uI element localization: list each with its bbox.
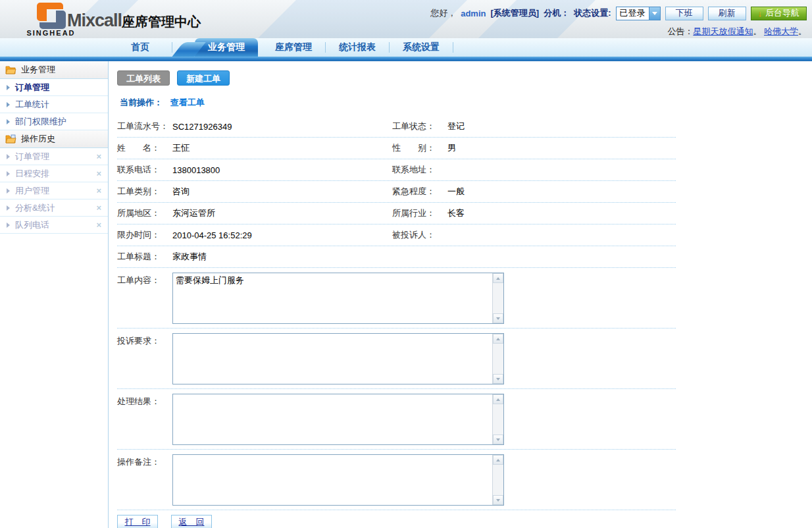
- sidebar-section-history: 操作历史: [0, 130, 108, 148]
- current-operation-label: 当前操作：: [120, 97, 163, 107]
- new-ticket-button[interactable]: 新建工单: [177, 70, 230, 86]
- field-label: 操作备注：: [117, 454, 172, 506]
- scroll-down-icon[interactable]: [493, 495, 503, 505]
- close-icon[interactable]: ×: [96, 186, 101, 196]
- status-label: 状态设置:: [574, 7, 611, 19]
- triangle-bullet-icon: [7, 171, 10, 176]
- close-icon[interactable]: ×: [96, 220, 101, 230]
- handle-result-box: [172, 394, 504, 445]
- history-item-queue-phone[interactable]: 队列电话 ×: [0, 217, 108, 234]
- user-role: [系统管理员]: [490, 7, 539, 19]
- topbar: 您好， admin [系统管理员] 分机： 状态设置: 已登录 下班 刷新 ↓ …: [430, 5, 807, 38]
- operation-note-box: [172, 454, 504, 506]
- history-item-label: 日程安排: [15, 168, 49, 180]
- nav-bottom-bar: [0, 57, 812, 61]
- handle-result-textarea[interactable]: [173, 394, 492, 444]
- folder-open-icon: [5, 65, 16, 74]
- form-row-operation-note: 操作备注：: [117, 450, 676, 510]
- status-select[interactable]: 已登录: [616, 7, 661, 20]
- announcement-dot: 。: [753, 26, 761, 36]
- scroll-down-icon[interactable]: [493, 313, 503, 323]
- print-button[interactable]: 打 印: [117, 515, 158, 528]
- page-title: Mixcall座席管理中心: [67, 11, 201, 31]
- history-item-label: 用户管理: [15, 185, 49, 197]
- sidebar: 业务管理 订单管理 工单统计 部门权限维护 操作历史 订单管理 ×: [0, 61, 109, 528]
- tab-business-management[interactable]: 业务管理: [195, 38, 258, 57]
- ticket-title-value: 家政事情: [172, 251, 207, 263]
- triangle-bullet-icon: [7, 102, 10, 107]
- form-row-deadline-complainee: 限办时间： 2010-04-25 16:52:29 被投诉人：: [117, 224, 676, 246]
- tab-system-settings[interactable]: 系统设置: [390, 39, 453, 56]
- scroll-down-icon[interactable]: [493, 374, 503, 384]
- customer-name-value: 王怔: [172, 142, 190, 154]
- ticket-content-textarea[interactable]: 需要保姆上门服务: [173, 273, 492, 323]
- tab-statistics-report[interactable]: 统计报表: [326, 39, 389, 56]
- announcement-label: 公告：: [667, 26, 693, 36]
- close-icon[interactable]: ×: [96, 151, 101, 161]
- gender-value: 男: [447, 142, 456, 154]
- announcement-bar: 公告：星期天放假通知。 哈佛大学。: [430, 26, 807, 38]
- history-item-order-management[interactable]: 订单管理 ×: [0, 148, 108, 165]
- triangle-bullet-icon: [7, 154, 10, 159]
- scrollbar[interactable]: [492, 273, 503, 323]
- announcement-link-2[interactable]: 哈佛大学: [764, 26, 798, 36]
- scroll-up-icon[interactable]: [493, 394, 503, 404]
- form-row-serial-status: 工单流水号： SC1271926349 工单状态： 登记: [117, 116, 676, 138]
- history-item-schedule[interactable]: 日程安排 ×: [0, 165, 108, 182]
- scroll-up-icon[interactable]: [493, 455, 503, 465]
- announcement-link-1[interactable]: 星期天放假通知: [693, 26, 753, 36]
- complaint-request-box: [172, 333, 504, 384]
- form-row-content: 工单内容： 需要保姆上门服务: [117, 268, 676, 329]
- close-icon[interactable]: ×: [96, 169, 101, 178]
- field-label: 性 别：: [392, 142, 447, 154]
- sidebar-item-ticket-statistics[interactable]: 工单统计: [0, 96, 108, 113]
- tab-home[interactable]: 首页: [109, 39, 172, 56]
- tab-agent-management[interactable]: 座席管理: [262, 39, 325, 56]
- history-item-label: 队列电话: [15, 219, 49, 231]
- ticket-status-value: 登记: [447, 120, 465, 132]
- sidebar-item-department-permission[interactable]: 部门权限维护: [0, 113, 108, 130]
- field-label: 处理结果：: [117, 394, 172, 445]
- chevron-down-icon[interactable]: [649, 7, 660, 20]
- urgency-value: 一般: [447, 186, 465, 198]
- extension-label: 分机：: [544, 7, 569, 19]
- back-button[interactable]: 返 回: [171, 515, 212, 528]
- sidebar-item-order-management[interactable]: 订单管理: [0, 79, 108, 96]
- history-item-analysis-statistics[interactable]: 分析&统计 ×: [0, 199, 108, 217]
- history-item-label: 分析&统计: [15, 202, 55, 214]
- off-duty-button[interactable]: 下班: [665, 7, 703, 20]
- scrollbar[interactable]: [492, 334, 503, 384]
- form-row-category-urgency: 工单类别： 咨询 紧急程度： 一般: [117, 181, 676, 203]
- scroll-down-icon[interactable]: [493, 435, 503, 444]
- app-header: SINGHEAD Mixcall座席管理中心 您好， admin [系统管理员]…: [0, 0, 812, 38]
- scroll-up-icon[interactable]: [493, 273, 503, 283]
- triangle-bullet-icon: [7, 188, 10, 194]
- toolbar: 工单列表 新建工单: [117, 70, 812, 86]
- field-label: 工单状态：: [392, 120, 447, 132]
- scroll-up-icon[interactable]: [493, 334, 503, 344]
- backend-nav-button[interactable]: ↓ 后台导航: [751, 7, 807, 20]
- folder-history-icon: [5, 134, 16, 144]
- field-label: 工单内容：: [117, 273, 172, 324]
- triangle-bullet-icon: [7, 223, 10, 228]
- form-row-name-gender: 姓 名： 王怔 性 别： 男: [117, 138, 676, 159]
- refresh-button[interactable]: 刷新: [708, 7, 746, 20]
- form-row-handle-result: 处理结果：: [117, 389, 676, 450]
- status-select-value: 已登录: [617, 7, 649, 19]
- username: admin: [461, 9, 486, 18]
- field-label: 所属行业：: [392, 207, 447, 219]
- form-row-phone-address: 联系电话： 1380013800 联系地址：: [117, 159, 676, 181]
- field-label: 联系电话：: [117, 164, 172, 176]
- sidebar-section-title: 业务管理: [21, 64, 55, 76]
- history-item-user-management[interactable]: 用户管理 ×: [0, 182, 108, 199]
- operation-note-textarea[interactable]: [173, 455, 492, 505]
- sidebar-section-title: 操作历史: [21, 133, 55, 145]
- scrollbar[interactable]: [492, 455, 503, 505]
- scrollbar[interactable]: [492, 394, 503, 444]
- ticket-list-button[interactable]: 工单列表: [117, 70, 170, 86]
- ticket-serial-value: SC1271926349: [172, 122, 232, 132]
- close-icon[interactable]: ×: [96, 203, 101, 213]
- complaint-request-textarea[interactable]: [173, 334, 492, 384]
- form-footer: 打 印 返 回: [117, 515, 676, 528]
- field-label: 姓 名：: [117, 142, 172, 154]
